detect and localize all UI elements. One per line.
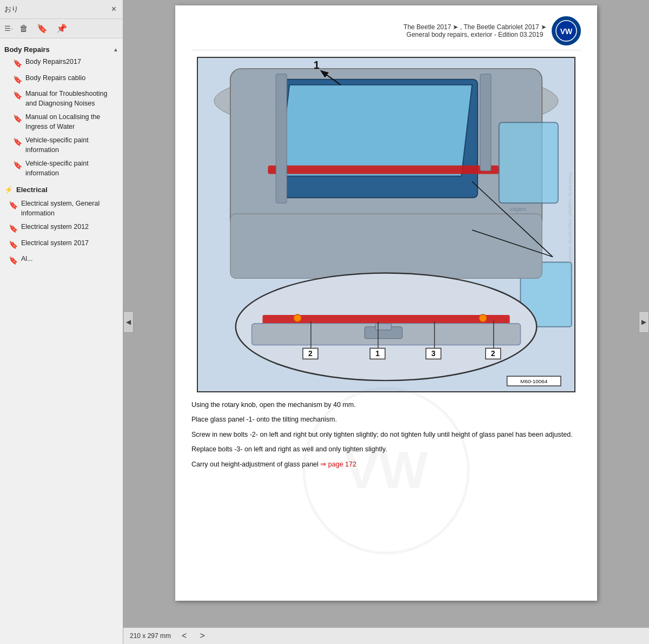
sidebar: おり × ☰· 🗑 🔖 📌 Body Repairs ▲ 🔖 Body Repa… xyxy=(0,0,123,644)
list-item[interactable]: 🔖 Al... xyxy=(0,252,123,268)
item-label: Electrical system 2017 xyxy=(21,239,89,248)
pdf-header: The Beetle 2017 ➤ , The Beetle Cabriolet… xyxy=(191,16,581,50)
svg-text:vagen: vagen xyxy=(510,206,526,212)
list-item[interactable]: 🔖 Body Repairs2017 xyxy=(4,55,118,71)
bookmark-icon: 🔖 xyxy=(13,58,22,69)
list-icon: ☰· xyxy=(4,24,13,32)
nav-next-button[interactable]: > xyxy=(197,630,207,642)
diagram-svg: 1 vagen xyxy=(198,58,574,391)
sidebar-close-button[interactable]: × xyxy=(109,3,118,15)
bookmark-icon: 🔖 xyxy=(13,160,22,171)
svg-text:Protected by Copyright. Copy r: Protected by Copyright. Copy right by Vo… xyxy=(568,173,573,277)
item-label: Manual for Troubleshooting and Diagnosin… xyxy=(25,89,116,108)
delete-button[interactable]: 🗑 xyxy=(17,23,30,35)
svg-text:M60-10064: M60-10064 xyxy=(520,378,548,384)
body-repairs-section: Body Repairs ▲ 🔖 Body Repairs2017 🔖 Body… xyxy=(0,41,123,182)
svg-point-21 xyxy=(294,314,301,322)
svg-text:VW: VW xyxy=(560,27,573,36)
electrical-icon: ⚡ xyxy=(4,186,13,194)
sidebar-toolbar: ☰· 🗑 🔖 📌 xyxy=(0,19,123,38)
svg-marker-6 xyxy=(279,85,472,176)
instruction-5: Carry out height-adjustment of glass pan… xyxy=(191,459,581,470)
list-item[interactable]: 🔖 Body Repairs cablio xyxy=(4,71,118,88)
svg-text:1: 1 xyxy=(375,349,380,358)
scroll-left-arrow[interactable]: ◀ xyxy=(123,311,134,333)
item-label: Vehicle-specific paint information xyxy=(25,136,116,155)
pdf-page: The Beetle 2017 ➤ , The Beetle Cabriolet… xyxy=(175,5,597,601)
item-label: Electrical system, General information xyxy=(21,199,121,218)
instruction-4: Replace bolts -3- on left and right as w… xyxy=(191,444,581,455)
bookmark-icon: 🔖 xyxy=(9,200,18,211)
bookmark-icon: 🔖 xyxy=(13,90,22,101)
bookmark-icon: 🔖 xyxy=(9,224,18,234)
item-label: Manual on Localising the Ingress of Wate… xyxy=(25,113,116,132)
page-size-label: 210 x 297 mm xyxy=(130,632,171,640)
sidebar-header: おり × xyxy=(0,0,123,19)
svg-rect-8 xyxy=(276,74,287,203)
svg-rect-12 xyxy=(499,122,558,203)
bookmark-icon: 🔖 xyxy=(9,240,18,251)
svg-point-22 xyxy=(479,314,487,322)
pin-button[interactable]: 📌 xyxy=(54,22,69,35)
bookmark-icon: 🔖 xyxy=(13,137,22,148)
item-label: Electrical system 2012 xyxy=(21,222,89,232)
instruction-3: Screw in new bolts -2- on left and right… xyxy=(191,430,581,440)
svg-text:3: 3 xyxy=(432,349,436,358)
vw-logo-svg: VW xyxy=(555,20,577,42)
vw-logo: VW xyxy=(552,16,581,45)
instruction-2: Place glass panel -1- onto the tilting m… xyxy=(191,415,581,425)
page-link[interactable]: ⇒ page 172 xyxy=(320,461,356,468)
list-item[interactable]: 🔖 Electrical system 2017 xyxy=(0,236,123,253)
pdf-content: Using the rotary knob, open the mechanis… xyxy=(191,400,581,470)
diagram-box: 1 vagen xyxy=(197,57,575,392)
list-item[interactable]: 🔖 Manual on Localising the Ingress of Wa… xyxy=(4,110,118,134)
pdf-header-text: The Beetle 2017 ➤ , The Beetle Cabriolet… xyxy=(403,23,546,38)
bookmark-add-button[interactable]: 🔖 xyxy=(35,22,50,35)
body-repairs-section-header[interactable]: Body Repairs ▲ xyxy=(4,44,118,55)
svg-rect-7 xyxy=(268,166,499,174)
bookmark-icon: 🔖 xyxy=(9,255,18,266)
list-item[interactable]: 🔖 Vehicle-specific paint information xyxy=(4,157,118,180)
list-item[interactable]: 🔖 Vehicle-specific paint information xyxy=(4,134,118,157)
item-label: Body Repairs cablio xyxy=(25,74,85,83)
list-item[interactable]: 🔖 Electrical system, General information xyxy=(0,197,123,220)
item-label: Body Repairs2017 xyxy=(25,57,81,67)
bookmark-icon: 🔖 xyxy=(13,114,22,124)
scroll-right-arrow[interactable]: ▶ xyxy=(639,311,649,333)
bookmark-icon: 🔖 xyxy=(13,75,22,86)
page-container[interactable]: The Beetle 2017 ➤ , The Beetle Cabriolet… xyxy=(123,0,649,627)
electrical-section-label: Electrical xyxy=(16,186,48,194)
nav-prev-button[interactable]: < xyxy=(180,630,189,642)
body-repairs-section-label: Body Repairs xyxy=(4,45,50,54)
pdf-header-line1: The Beetle 2017 ➤ , The Beetle Cabriolet… xyxy=(403,23,546,31)
svg-text:1: 1 xyxy=(314,59,320,71)
svg-text:2: 2 xyxy=(308,349,313,358)
svg-text:2: 2 xyxy=(491,349,495,358)
pdf-header-line2: General body repairs, exterior - Edition… xyxy=(403,31,546,38)
list-item[interactable]: 🔖 Manual for Troubleshooting and Diagnos… xyxy=(4,87,118,110)
item-label: Vehicle-specific paint information xyxy=(25,159,116,178)
svg-rect-9 xyxy=(480,74,491,171)
chevron-up-icon: ▲ xyxy=(113,47,118,52)
svg-rect-14 xyxy=(230,214,542,278)
status-bar: 210 x 297 mm < > xyxy=(123,627,649,644)
item-label: Al... xyxy=(21,254,33,264)
sidebar-title: おり xyxy=(4,4,18,14)
main-content: ◀ ▶ The Beetle 2017 ➤ , The Beetle Cabri… xyxy=(123,0,649,644)
instruction-1: Using the rotary knob, open the mechanis… xyxy=(191,400,581,410)
sidebar-list: Body Repairs ▲ 🔖 Body Repairs2017 🔖 Body… xyxy=(0,38,123,644)
electrical-section-header[interactable]: ⚡ Electrical xyxy=(0,182,123,197)
list-item[interactable]: 🔖 Electrical system 2012 xyxy=(0,220,123,236)
